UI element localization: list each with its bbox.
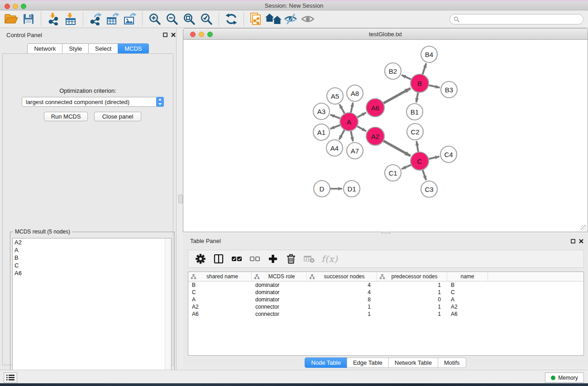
new-network-from-file-button[interactable]	[248, 11, 265, 27]
node-D1[interactable]: D1	[344, 181, 360, 197]
node-A3[interactable]: A3	[313, 103, 330, 119]
node-B[interactable]: B	[411, 74, 429, 92]
mcds-result-item[interactable]: A2	[13, 238, 171, 246]
zoom-in-button[interactable]	[146, 11, 163, 27]
zoom-selected-button[interactable]	[198, 11, 215, 27]
show-columns-button[interactable]	[213, 251, 225, 267]
export-image-button[interactable]	[121, 11, 139, 27]
window-resize-grip[interactable]	[581, 225, 587, 231]
mcds-result-item[interactable]: A6	[13, 269, 171, 277]
node-B4[interactable]: B4	[421, 46, 437, 62]
tab-node-table[interactable]: Node Table	[305, 357, 347, 368]
edge-A-A5[interactable]	[339, 104, 345, 114]
export-table-button[interactable]	[104, 11, 121, 27]
zoom-out-button[interactable]	[163, 11, 181, 27]
node-A8[interactable]: A8	[347, 85, 363, 101]
network-window-titlebar[interactable]: testGlobe.txt	[183, 28, 588, 40]
edge-A2-C[interactable]	[382, 140, 411, 156]
node-A1[interactable]: A1	[313, 124, 330, 140]
table-row-C[interactable]: Cdominator41C	[188, 289, 583, 296]
network-canvas[interactable]: AA1A2A3A4A5A6A7A8BB1B2B3B4CC1C2C3C4DD1	[183, 40, 588, 232]
show-hidden-button[interactable]	[299, 11, 316, 27]
edge-A-A7[interactable]	[351, 130, 353, 142]
node-B1[interactable]: B1	[406, 104, 423, 120]
edge-A-A3[interactable]	[330, 114, 342, 119]
edge-B-B3[interactable]	[428, 85, 440, 88]
show-panels-button[interactable]	[4, 372, 17, 383]
node-A7[interactable]: A7	[347, 143, 363, 159]
open-session-button[interactable]	[3, 11, 20, 27]
node-C2[interactable]: C2	[407, 124, 423, 140]
search-input[interactable]	[462, 15, 583, 23]
table-row-A[interactable]: Adominator80A	[188, 296, 583, 303]
edge-C-C3[interactable]	[422, 169, 426, 180]
criterion-dropdown[interactable]: largest connected component (directed)	[22, 97, 164, 107]
column-header-predecessor-nodes[interactable]: predecessor nodes	[377, 272, 447, 281]
edge-A-A8[interactable]	[351, 103, 353, 114]
node-A5[interactable]: A5	[327, 88, 343, 104]
vertical-splitter-handle[interactable]	[178, 195, 183, 203]
edge-A-A1[interactable]	[330, 124, 342, 129]
node-A[interactable]: A	[340, 113, 358, 131]
edge-A6-B[interactable]	[382, 88, 411, 104]
table-row-B[interactable]: Bdominator41B	[188, 281, 583, 289]
column-header-shared-name[interactable]: shared name	[188, 272, 252, 281]
tab-select[interactable]: Select	[88, 43, 118, 54]
node-A4[interactable]: A4	[326, 140, 343, 156]
mcds-result-item[interactable]: A	[13, 246, 171, 254]
edge-A-A2[interactable]	[356, 126, 366, 131]
table-row-A2[interactable]: A2connector11A2	[188, 303, 583, 310]
close-panel-button[interactable]: Close panel	[94, 112, 141, 121]
mcds-result-list[interactable]: A2ABCA6	[12, 238, 172, 384]
import-network-button[interactable]	[45, 11, 62, 27]
column-header-MCDS-role[interactable]: MCDS role	[252, 272, 307, 281]
edge-C-C4[interactable]	[428, 157, 440, 159]
node-C3[interactable]: C3	[421, 181, 437, 197]
main-titlebar[interactable]: Session: New Session	[0, 1, 588, 10]
run-mcds-button[interactable]: Run MCDS	[44, 112, 88, 121]
edge-B-B2[interactable]	[402, 75, 412, 80]
table-close-panel-icon[interactable]	[578, 238, 584, 244]
node-A6[interactable]: A6	[366, 99, 384, 117]
table-row-A6[interactable]: A6connector11A6	[188, 310, 583, 318]
select-all-button[interactable]	[231, 251, 243, 267]
float-panel-icon[interactable]	[162, 32, 168, 38]
edge-A-A4[interactable]	[339, 129, 345, 140]
search-box[interactable]	[449, 14, 583, 24]
mcds-result-item[interactable]: B	[13, 254, 171, 262]
node-B3[interactable]: B3	[441, 81, 457, 98]
tab-style[interactable]: Style	[62, 43, 89, 54]
tab-network[interactable]: Network	[27, 43, 62, 54]
node-A2[interactable]: A2	[366, 127, 384, 145]
column-header-successor-nodes[interactable]: successor nodes	[307, 272, 377, 281]
mcds-result-item[interactable]: C	[13, 262, 171, 269]
delete-column-button[interactable]	[285, 251, 297, 267]
hide-unselected-button[interactable]	[282, 11, 299, 27]
node-C[interactable]: C	[411, 152, 429, 170]
export-network-button[interactable]	[87, 11, 104, 27]
table-float-panel-icon[interactable]	[570, 238, 576, 244]
tab-mcds[interactable]: MCDS	[118, 43, 148, 54]
deselect-all-button[interactable]	[249, 251, 261, 267]
memory-button[interactable]: Memory	[545, 372, 584, 383]
tab-edge-table[interactable]: Edge Table	[347, 357, 389, 368]
node-B2[interactable]: B2	[385, 63, 401, 79]
node-C1[interactable]: C1	[385, 165, 401, 181]
tab-motifs[interactable]: Motifs	[438, 357, 466, 368]
home-button[interactable]	[265, 11, 282, 27]
edge-B-B4[interactable]	[422, 63, 426, 76]
edge-A-A6[interactable]	[356, 113, 366, 118]
table-mode-gear-button[interactable]	[195, 251, 206, 267]
mcds-list-scrollbar[interactable]	[165, 238, 171, 384]
edge-C-C2[interactable]	[416, 141, 418, 153]
refresh-button[interactable]	[223, 11, 240, 27]
add-column-button[interactable]	[267, 251, 279, 267]
edge-C-C1[interactable]	[402, 164, 412, 169]
edge-B-B1[interactable]	[416, 91, 418, 103]
node-C4[interactable]: C4	[440, 146, 457, 162]
save-session-button[interactable]	[20, 11, 37, 27]
close-panel-icon[interactable]	[170, 32, 177, 38]
column-header-name[interactable]: name	[447, 272, 488, 281]
import-table-button[interactable]	[62, 11, 79, 27]
zoom-fit-button[interactable]	[181, 11, 198, 27]
